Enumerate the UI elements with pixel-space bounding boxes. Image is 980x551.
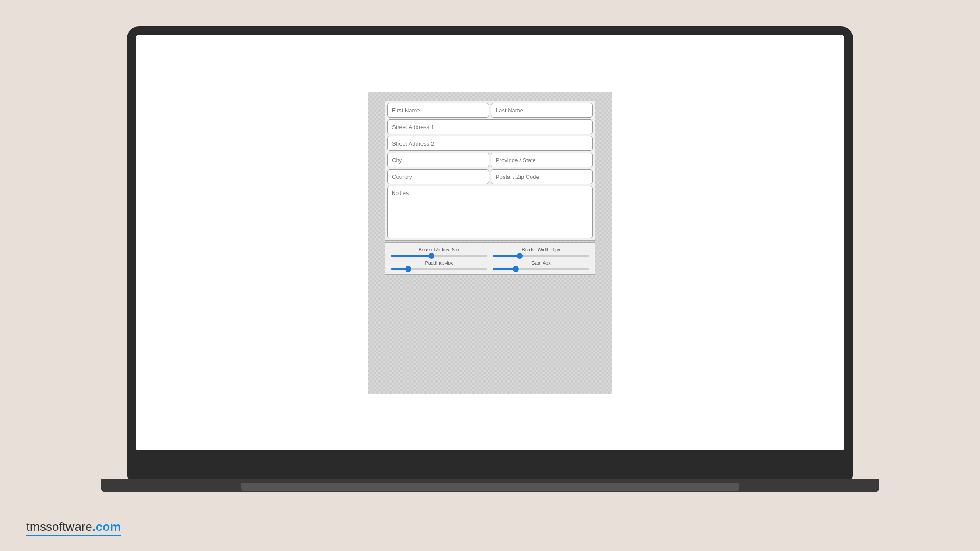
gap-control: Gap: 4px	[493, 260, 589, 270]
border-radius-control: Border Radius: 6px	[391, 247, 487, 257]
street-address-2-input[interactable]	[387, 136, 593, 151]
border-radius-thumb[interactable]	[428, 253, 434, 259]
padding-track	[391, 268, 487, 270]
border-width-label: Border Width: 1px	[493, 247, 589, 252]
gap-track	[493, 268, 589, 270]
country-postal-row	[387, 169, 593, 184]
border-width-fill	[493, 255, 520, 257]
last-name-input[interactable]	[491, 103, 593, 118]
brand-name: tmssoftware	[26, 520, 92, 534]
padding-thumb[interactable]	[405, 266, 411, 272]
notes-row	[387, 186, 593, 238]
laptop-foot	[241, 483, 739, 491]
city-province-row	[387, 153, 593, 167]
border-radius-label: Border Radius: 6px	[391, 247, 487, 252]
laptop-frame: Border Radius: 6px Border Width: 1px	[127, 26, 853, 485]
notes-textarea[interactable]	[387, 186, 593, 238]
canvas-area: Border Radius: 6px Border Width: 1px	[368, 92, 612, 394]
brand-underline	[26, 535, 121, 536]
street-address-1-input[interactable]	[387, 119, 593, 134]
gap-label: Gap: 4px	[493, 260, 589, 265]
controls-grid: Border Radius: 6px Border Width: 1px	[391, 247, 589, 270]
brand-watermark: tmssoftware.com	[26, 520, 121, 536]
street1-row	[387, 119, 593, 134]
name-row	[387, 103, 593, 118]
street2-row	[387, 136, 593, 151]
form-container	[385, 101, 595, 241]
laptop-screen: Border Radius: 6px Border Width: 1px	[136, 35, 844, 450]
province-state-input[interactable]	[491, 153, 593, 167]
controls-panel: Border Radius: 6px Border Width: 1px	[385, 242, 595, 275]
border-radius-track	[391, 255, 487, 257]
brand-suffix: .com	[92, 520, 121, 534]
gap-thumb[interactable]	[513, 266, 519, 272]
border-width-control: Border Width: 1px	[493, 247, 589, 257]
border-width-track	[493, 255, 589, 257]
postal-zip-input[interactable]	[491, 169, 593, 184]
city-input[interactable]	[387, 153, 489, 167]
border-radius-fill	[391, 255, 431, 257]
country-input[interactable]	[387, 169, 489, 184]
border-width-thumb[interactable]	[517, 253, 523, 259]
padding-label: Padding: 4px	[391, 260, 487, 265]
first-name-input[interactable]	[387, 103, 489, 118]
padding-control: Padding: 4px	[391, 260, 487, 270]
